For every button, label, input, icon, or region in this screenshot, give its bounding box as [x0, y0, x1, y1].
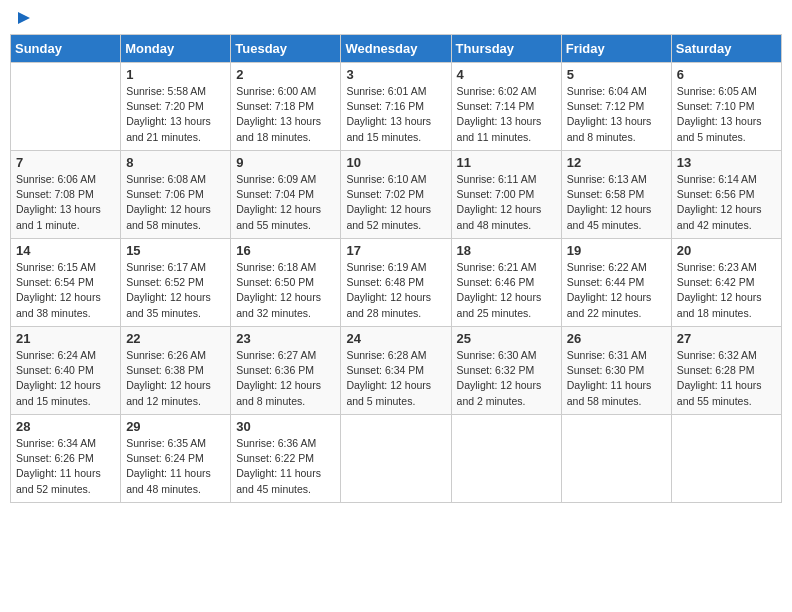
- day-cell: 30Sunrise: 6:36 AMSunset: 6:22 PMDayligh…: [231, 415, 341, 503]
- day-cell: 10Sunrise: 6:10 AMSunset: 7:02 PMDayligh…: [341, 151, 451, 239]
- day-cell: 22Sunrise: 6:26 AMSunset: 6:38 PMDayligh…: [121, 327, 231, 415]
- day-info: Sunrise: 6:15 AMSunset: 6:54 PMDaylight:…: [16, 260, 115, 321]
- svg-marker-0: [18, 12, 30, 24]
- day-info: Sunrise: 6:28 AMSunset: 6:34 PMDaylight:…: [346, 348, 445, 409]
- day-cell: 8Sunrise: 6:08 AMSunset: 7:06 PMDaylight…: [121, 151, 231, 239]
- day-number: 22: [126, 331, 225, 346]
- day-cell: [671, 415, 781, 503]
- day-cell: 12Sunrise: 6:13 AMSunset: 6:58 PMDayligh…: [561, 151, 671, 239]
- day-info: Sunrise: 6:10 AMSunset: 7:02 PMDaylight:…: [346, 172, 445, 233]
- day-cell: 13Sunrise: 6:14 AMSunset: 6:56 PMDayligh…: [671, 151, 781, 239]
- day-info: Sunrise: 6:23 AMSunset: 6:42 PMDaylight:…: [677, 260, 776, 321]
- day-info: Sunrise: 6:27 AMSunset: 6:36 PMDaylight:…: [236, 348, 335, 409]
- day-info: Sunrise: 6:11 AMSunset: 7:00 PMDaylight:…: [457, 172, 556, 233]
- day-number: 30: [236, 419, 335, 434]
- day-cell: 9Sunrise: 6:09 AMSunset: 7:04 PMDaylight…: [231, 151, 341, 239]
- day-cell: 6Sunrise: 6:05 AMSunset: 7:10 PMDaylight…: [671, 63, 781, 151]
- day-number: 17: [346, 243, 445, 258]
- day-cell: 15Sunrise: 6:17 AMSunset: 6:52 PMDayligh…: [121, 239, 231, 327]
- day-number: 28: [16, 419, 115, 434]
- day-info: Sunrise: 6:34 AMSunset: 6:26 PMDaylight:…: [16, 436, 115, 497]
- day-info: Sunrise: 6:14 AMSunset: 6:56 PMDaylight:…: [677, 172, 776, 233]
- header-monday: Monday: [121, 35, 231, 63]
- day-cell: [341, 415, 451, 503]
- day-cell: 2Sunrise: 6:00 AMSunset: 7:18 PMDaylight…: [231, 63, 341, 151]
- day-cell: 26Sunrise: 6:31 AMSunset: 6:30 PMDayligh…: [561, 327, 671, 415]
- day-cell: 27Sunrise: 6:32 AMSunset: 6:28 PMDayligh…: [671, 327, 781, 415]
- day-info: Sunrise: 6:30 AMSunset: 6:32 PMDaylight:…: [457, 348, 556, 409]
- day-info: Sunrise: 6:19 AMSunset: 6:48 PMDaylight:…: [346, 260, 445, 321]
- day-cell: 18Sunrise: 6:21 AMSunset: 6:46 PMDayligh…: [451, 239, 561, 327]
- header-saturday: Saturday: [671, 35, 781, 63]
- day-number: 27: [677, 331, 776, 346]
- day-number: 3: [346, 67, 445, 82]
- day-info: Sunrise: 6:24 AMSunset: 6:40 PMDaylight:…: [16, 348, 115, 409]
- day-cell: [561, 415, 671, 503]
- day-number: 6: [677, 67, 776, 82]
- week-row-1: 1Sunrise: 5:58 AMSunset: 7:20 PMDaylight…: [11, 63, 782, 151]
- day-info: Sunrise: 6:13 AMSunset: 6:58 PMDaylight:…: [567, 172, 666, 233]
- header-wednesday: Wednesday: [341, 35, 451, 63]
- day-cell: 23Sunrise: 6:27 AMSunset: 6:36 PMDayligh…: [231, 327, 341, 415]
- day-info: Sunrise: 6:17 AMSunset: 6:52 PMDaylight:…: [126, 260, 225, 321]
- day-number: 10: [346, 155, 445, 170]
- logo: [14, 10, 32, 26]
- day-number: 21: [16, 331, 115, 346]
- header-tuesday: Tuesday: [231, 35, 341, 63]
- week-row-3: 14Sunrise: 6:15 AMSunset: 6:54 PMDayligh…: [11, 239, 782, 327]
- day-number: 1: [126, 67, 225, 82]
- day-number: 23: [236, 331, 335, 346]
- day-number: 4: [457, 67, 556, 82]
- day-cell: 21Sunrise: 6:24 AMSunset: 6:40 PMDayligh…: [11, 327, 121, 415]
- day-number: 12: [567, 155, 666, 170]
- day-number: 5: [567, 67, 666, 82]
- day-number: 9: [236, 155, 335, 170]
- day-cell: [451, 415, 561, 503]
- header-thursday: Thursday: [451, 35, 561, 63]
- day-cell: 24Sunrise: 6:28 AMSunset: 6:34 PMDayligh…: [341, 327, 451, 415]
- day-info: Sunrise: 6:26 AMSunset: 6:38 PMDaylight:…: [126, 348, 225, 409]
- day-info: Sunrise: 6:02 AMSunset: 7:14 PMDaylight:…: [457, 84, 556, 145]
- day-number: 16: [236, 243, 335, 258]
- day-info: Sunrise: 6:35 AMSunset: 6:24 PMDaylight:…: [126, 436, 225, 497]
- day-number: 24: [346, 331, 445, 346]
- logo-icon: [16, 10, 32, 26]
- day-number: 29: [126, 419, 225, 434]
- day-cell: 4Sunrise: 6:02 AMSunset: 7:14 PMDaylight…: [451, 63, 561, 151]
- day-info: Sunrise: 6:01 AMSunset: 7:16 PMDaylight:…: [346, 84, 445, 145]
- day-info: Sunrise: 6:18 AMSunset: 6:50 PMDaylight:…: [236, 260, 335, 321]
- week-row-2: 7Sunrise: 6:06 AMSunset: 7:08 PMDaylight…: [11, 151, 782, 239]
- day-number: 11: [457, 155, 556, 170]
- day-info: Sunrise: 6:31 AMSunset: 6:30 PMDaylight:…: [567, 348, 666, 409]
- day-info: Sunrise: 6:21 AMSunset: 6:46 PMDaylight:…: [457, 260, 556, 321]
- day-info: Sunrise: 6:00 AMSunset: 7:18 PMDaylight:…: [236, 84, 335, 145]
- day-cell: 29Sunrise: 6:35 AMSunset: 6:24 PMDayligh…: [121, 415, 231, 503]
- calendar-body: 1Sunrise: 5:58 AMSunset: 7:20 PMDaylight…: [11, 63, 782, 503]
- day-number: 26: [567, 331, 666, 346]
- day-cell: 14Sunrise: 6:15 AMSunset: 6:54 PMDayligh…: [11, 239, 121, 327]
- day-number: 18: [457, 243, 556, 258]
- day-info: Sunrise: 6:36 AMSunset: 6:22 PMDaylight:…: [236, 436, 335, 497]
- day-cell: 20Sunrise: 6:23 AMSunset: 6:42 PMDayligh…: [671, 239, 781, 327]
- day-number: 2: [236, 67, 335, 82]
- day-cell: [11, 63, 121, 151]
- day-cell: 19Sunrise: 6:22 AMSunset: 6:44 PMDayligh…: [561, 239, 671, 327]
- day-number: 8: [126, 155, 225, 170]
- day-cell: 1Sunrise: 5:58 AMSunset: 7:20 PMDaylight…: [121, 63, 231, 151]
- day-number: 20: [677, 243, 776, 258]
- week-row-5: 28Sunrise: 6:34 AMSunset: 6:26 PMDayligh…: [11, 415, 782, 503]
- day-info: Sunrise: 6:32 AMSunset: 6:28 PMDaylight:…: [677, 348, 776, 409]
- day-info: Sunrise: 6:06 AMSunset: 7:08 PMDaylight:…: [16, 172, 115, 233]
- calendar-header-row: SundayMondayTuesdayWednesdayThursdayFrid…: [11, 35, 782, 63]
- day-number: 15: [126, 243, 225, 258]
- day-number: 7: [16, 155, 115, 170]
- day-cell: 16Sunrise: 6:18 AMSunset: 6:50 PMDayligh…: [231, 239, 341, 327]
- day-number: 14: [16, 243, 115, 258]
- header-sunday: Sunday: [11, 35, 121, 63]
- day-cell: 28Sunrise: 6:34 AMSunset: 6:26 PMDayligh…: [11, 415, 121, 503]
- day-number: 13: [677, 155, 776, 170]
- day-cell: 17Sunrise: 6:19 AMSunset: 6:48 PMDayligh…: [341, 239, 451, 327]
- page-header: [10, 10, 782, 26]
- day-number: 19: [567, 243, 666, 258]
- day-cell: 5Sunrise: 6:04 AMSunset: 7:12 PMDaylight…: [561, 63, 671, 151]
